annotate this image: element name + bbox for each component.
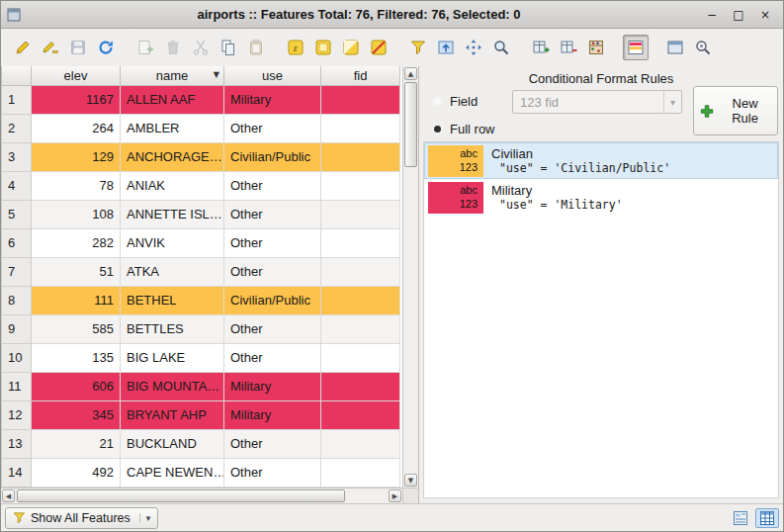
cell-elev[interactable]: 606	[32, 372, 121, 400]
feature-filter-button[interactable]: Show All Features ▾	[5, 507, 158, 529]
cell-use[interactable]: Other	[224, 171, 321, 200]
row-number[interactable]: 9	[2, 314, 32, 343]
column-header-elev[interactable]: elev	[32, 66, 121, 85]
cell-name[interactable]: AMBLER	[121, 114, 224, 142]
cell-name[interactable]: ANNETTE ISL…	[121, 200, 224, 228]
table-row[interactable]: 7 51 ATKA Other	[2, 257, 400, 286]
field-radio[interactable]: Field	[431, 94, 478, 109]
cell-use[interactable]: Military	[224, 400, 321, 429]
new-rule-button[interactable]: New Rule	[693, 86, 778, 135]
vertical-scrollbar[interactable]: ▲ ▼	[402, 66, 418, 488]
cell-name[interactable]: BIG MOUNTA…	[121, 372, 224, 400]
row-number[interactable]: 5	[2, 200, 32, 228]
titlebar[interactable]: airports :: Features Total: 76, Filtered…	[1, 1, 783, 29]
field-combobox[interactable]: 123 fid ▾	[512, 90, 682, 114]
invert-selection-icon[interactable]	[338, 35, 364, 60]
cell-fid[interactable]	[321, 257, 400, 286]
search-settings-icon[interactable]	[690, 35, 716, 60]
scroll-right-icon[interactable]: ▶	[389, 489, 401, 502]
delete-field-icon[interactable]	[556, 35, 581, 60]
cell-name[interactable]: BETHEL	[121, 286, 224, 314]
cell-name[interactable]: ANCHORAGE…	[121, 142, 224, 171]
row-number[interactable]: 11	[2, 372, 32, 400]
cell-elev[interactable]: 78	[32, 171, 121, 200]
delete-selected-icon[interactable]	[160, 35, 186, 60]
full-row-radio[interactable]: Full row	[431, 122, 495, 136]
cell-elev[interactable]: 492	[32, 458, 121, 487]
cell-elev[interactable]: 345	[32, 400, 121, 429]
dock-table-icon[interactable]	[662, 35, 688, 60]
add-feature-icon[interactable]	[132, 35, 158, 60]
cell-fid[interactable]	[321, 343, 400, 372]
move-selection-top-icon[interactable]	[433, 35, 459, 60]
row-number[interactable]: 13	[2, 429, 32, 458]
row-number[interactable]: 1	[2, 85, 32, 114]
row-number[interactable]: 2	[2, 114, 32, 142]
minimize-button[interactable]: −	[700, 5, 724, 25]
rule-item-military[interactable]: abc 123 Military "use" = 'Military'	[424, 179, 778, 216]
cell-use[interactable]: Other	[224, 343, 321, 372]
table-row[interactable]: 8 111 BETHEL Civilian/Public	[2, 286, 400, 314]
cell-use[interactable]: Other	[224, 114, 321, 142]
table-view-button[interactable]	[755, 508, 779, 528]
cell-use[interactable]: Civilian/Public	[224, 286, 321, 314]
cell-elev[interactable]: 1167	[32, 85, 121, 114]
maximize-button[interactable]: □	[727, 5, 750, 25]
cell-fid[interactable]	[321, 286, 400, 314]
toggle-editing-icon[interactable]	[10, 35, 36, 60]
table-row[interactable]: 10 135 BIG LAKE Other	[2, 343, 400, 372]
new-field-icon[interactable]	[528, 35, 554, 60]
save-edits-icon[interactable]	[65, 35, 91, 60]
table-row[interactable]: 13 21 BUCKLAND Other	[2, 429, 400, 458]
cell-fid[interactable]	[321, 228, 400, 257]
cell-elev[interactable]: 51	[32, 257, 121, 286]
row-number[interactable]: 10	[2, 343, 32, 372]
scroll-left-icon[interactable]: ◀	[2, 489, 15, 502]
cell-elev[interactable]: 282	[32, 228, 121, 257]
cell-name[interactable]: BIG LAKE	[121, 343, 224, 372]
select-all-icon[interactable]	[310, 35, 336, 60]
cell-name[interactable]: BUCKLAND	[121, 429, 224, 458]
horizontal-scroll-thumb[interactable]	[17, 489, 345, 502]
cell-elev[interactable]: 585	[32, 314, 121, 343]
table-row[interactable]: 2 264 AMBLER Other	[2, 114, 400, 142]
vertical-scroll-thumb[interactable]	[404, 82, 417, 167]
cell-elev[interactable]: 135	[32, 343, 121, 372]
copy-icon[interactable]	[216, 35, 241, 60]
cell-use[interactable]: Other	[224, 314, 321, 343]
select-by-expression-icon[interactable]: ε	[283, 35, 308, 60]
deselect-all-icon[interactable]	[366, 35, 392, 60]
row-number[interactable]: 14	[2, 458, 32, 487]
row-number[interactable]: 3	[2, 142, 32, 171]
cut-icon[interactable]	[188, 35, 214, 60]
cell-fid[interactable]	[321, 142, 400, 171]
cell-name[interactable]: ATKA	[121, 257, 224, 286]
multi-edit-icon[interactable]	[38, 35, 63, 60]
horizontal-scrollbar[interactable]: ◀ ▶	[1, 488, 402, 503]
paste-icon[interactable]	[243, 35, 269, 60]
field-calculator-icon[interactable]	[583, 35, 609, 60]
cell-use[interactable]: Other	[224, 257, 321, 286]
cell-use[interactable]: Other	[224, 429, 321, 458]
close-button[interactable]: ×	[753, 5, 777, 25]
cell-fid[interactable]	[321, 372, 400, 400]
rule-item-civilian[interactable]: abc 123 Civilian "use" = 'Civilian/Publi…	[424, 142, 778, 179]
cell-name[interactable]: ANIAK	[121, 171, 224, 200]
table-row[interactable]: 4 78 ANIAK Other	[2, 171, 400, 200]
cell-use[interactable]: Military	[224, 85, 321, 114]
cell-elev[interactable]: 21	[32, 429, 121, 458]
row-number[interactable]: 7	[2, 257, 32, 286]
row-number[interactable]: 4	[2, 171, 32, 200]
cell-name[interactable]: BRYANT AHP	[121, 400, 224, 429]
table-row[interactable]: 11 606 BIG MOUNTA… Military	[2, 372, 400, 400]
cell-elev[interactable]: 111	[32, 286, 121, 314]
reload-table-icon[interactable]	[93, 35, 119, 60]
cell-use[interactable]: Other	[224, 458, 321, 487]
field-radio-circle[interactable]	[431, 95, 444, 108]
cell-fid[interactable]	[321, 200, 400, 228]
cell-fid[interactable]	[321, 171, 400, 200]
pan-to-selection-icon[interactable]	[461, 35, 486, 60]
cell-elev[interactable]: 264	[32, 114, 121, 142]
cell-name[interactable]: ALLEN AAF	[121, 85, 224, 114]
column-header-name[interactable]: name ▼	[121, 66, 224, 85]
